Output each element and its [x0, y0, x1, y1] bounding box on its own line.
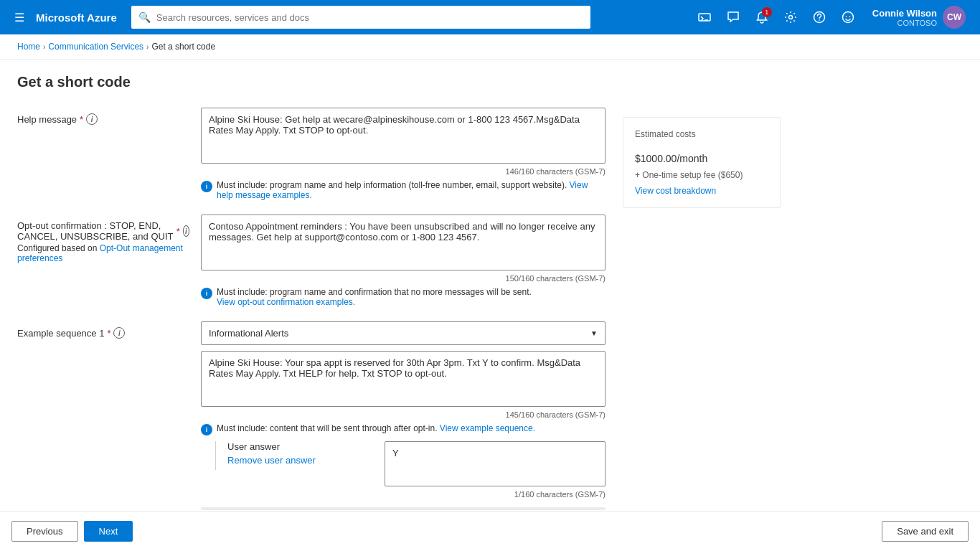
optout-input-col: Contoso Appointment reminders : You have… [201, 215, 606, 307]
user-answer-label: User answer [227, 441, 316, 452]
example-sequence-label: Example sequence 1 [17, 328, 104, 339]
example-sequence-char-count: 145/160 characters (GSM-7) [201, 410, 606, 419]
example-sequence-dropdown[interactable]: Informational Alerts ▼ [201, 321, 606, 345]
hamburger-menu[interactable]: ☰ [9, 8, 30, 27]
user-name: Connie Wilson [872, 8, 937, 19]
help-message-info-icon[interactable]: i [86, 113, 98, 125]
svg-point-4 [819, 19, 820, 21]
page-title: Get a short code [17, 74, 606, 90]
help-message-label-col: Help message * i [17, 108, 189, 125]
search-bar[interactable]: 🔍 [131, 6, 590, 29]
optout-textarea[interactable]: Contoso Appointment reminders : You have… [201, 215, 606, 270]
topnav: ☰ Microsoft Azure 🔍 1 Connie Wilson CONT… [0, 0, 980, 34]
search-icon: 🔍 [138, 11, 151, 23]
notification-count: 1 [762, 7, 772, 17]
optout-required: * [176, 226, 180, 237]
svg-point-6 [846, 16, 847, 17]
example-sequence-label-col: Example sequence 1 * i [17, 321, 189, 339]
help-message-required: * [80, 114, 83, 125]
optout-note-icon: i [201, 288, 212, 299]
optout-label-col: Opt-out confirmation : STOP, END, CANCEL… [17, 215, 189, 263]
optout-info-icon[interactable]: i [183, 225, 189, 237]
optout-row: Opt-out confirmation : STOP, END, CANCEL… [17, 215, 606, 307]
app-title: Microsoft Azure [36, 11, 117, 24]
dropdown-value: Informational Alerts [209, 328, 288, 339]
optout-info-note: i Must include: program name and confirm… [201, 287, 606, 307]
help-message-input-col: Alpine Ski House: Get help at wecare@alp… [201, 108, 606, 200]
settings-icon[interactable] [778, 4, 804, 30]
breadcrumb-current: Get a short code [151, 42, 215, 52]
user-answer-textarea[interactable]: Y [385, 441, 606, 486]
svg-point-2 [788, 16, 792, 19]
cost-breakdown-link[interactable]: View cost breakdown [635, 186, 768, 196]
example-sequence-required: * [107, 328, 110, 339]
cloud-shell-icon[interactable] [692, 4, 717, 30]
user-answer-char-count: 1/160 characters (GSM-7) [385, 490, 606, 499]
help-message-info-note: i Must include: program name and help in… [201, 180, 606, 200]
topnav-icons: 1 [692, 4, 861, 30]
avatar[interactable]: CW [943, 6, 966, 29]
user-answer-label-col: User answer Remove user answer [201, 441, 373, 499]
user-answer-input-col: Y 1/160 characters (GSM-7) [385, 441, 606, 499]
user-org: CONTOSO [872, 19, 937, 27]
previous-button[interactable]: Previous [11, 521, 78, 542]
example-sequence-note-icon: i [201, 424, 212, 435]
bottom-bar: Previous Next Save and exit [0, 511, 980, 551]
notifications-icon[interactable]: 1 [749, 4, 775, 30]
help-message-label: Help message [17, 114, 77, 125]
breadcrumb: Home › Communication Services › Get a sh… [0, 34, 980, 60]
example-sequence-input-col: Informational Alerts ▼ Alpine Ski House:… [201, 321, 606, 510]
breadcrumb-service[interactable]: Communication Services [48, 42, 143, 52]
cost-label: Estimated costs [635, 129, 768, 139]
optout-label-text: Opt-out confirmation : STOP, END, CANCEL… [17, 220, 174, 242]
optout-char-count: 150/160 characters (GSM-7) [201, 274, 606, 283]
breadcrumb-sep-2: › [146, 43, 149, 51]
main-content: Get a short code Help message * i Alpine… [0, 60, 980, 551]
breadcrumb-sep-1: › [43, 43, 45, 51]
example-sequence-link[interactable]: View example sequence. [440, 423, 535, 433]
next-button[interactable]: Next [84, 521, 133, 542]
remove-user-answer-link[interactable]: Remove user answer [227, 455, 316, 466]
user-answer-section: User answer Remove user answer Y 1/160 c… [201, 441, 606, 499]
example-sequence-info-icon[interactable]: i [113, 327, 125, 339]
user-menu[interactable]: Connie Wilson CONTOSO CW [867, 3, 971, 32]
help-icon[interactable] [806, 4, 832, 30]
optout-config-note: Configured based on Opt-Out management p… [17, 243, 189, 263]
cost-setup: + One-time setup fee ($650) [635, 170, 768, 180]
cost-box: Estimated costs $1000.00/month + One-tim… [623, 117, 781, 208]
help-message-note-text: Must include: program name and help info… [217, 180, 567, 190]
cost-sidebar: Estimated costs $1000.00/month + One-tim… [623, 117, 781, 524]
breadcrumb-home[interactable]: Home [17, 42, 40, 52]
help-message-textarea[interactable]: Alpine Ski House: Get help at wecare@alp… [201, 108, 606, 164]
form-area: Get a short code Help message * i Alpine… [17, 74, 606, 524]
help-message-char-count: 146/160 characters (GSM-7) [201, 167, 606, 176]
search-input[interactable] [156, 12, 583, 23]
scroll-hint [201, 507, 606, 510]
cost-amount: $1000.00/month [635, 145, 768, 167]
optout-note-text: Must include: program name and confirmat… [217, 287, 532, 297]
help-message-row: Help message * i Alpine Ski House: Get h… [17, 108, 606, 200]
example-sequence-textarea[interactable]: Alpine Ski House: Your spa appt is reser… [201, 351, 606, 407]
example-sequence-row: Example sequence 1 * i Informational Ale… [17, 321, 606, 510]
optout-link[interactable]: View opt-out confirmation examples. [217, 297, 355, 307]
chevron-down-icon: ▼ [590, 329, 598, 337]
save-exit-button[interactable]: Save and exit [882, 521, 969, 542]
help-message-note-icon: i [201, 181, 212, 192]
example-sequence-info-note: i Must include: content that will be sen… [201, 423, 606, 435]
svg-point-7 [849, 16, 851, 17]
feedback-icon[interactable] [720, 4, 746, 30]
smiley-icon[interactable] [835, 4, 861, 30]
example-sequence-note-text: Must include: content that will be sent … [217, 423, 438, 433]
